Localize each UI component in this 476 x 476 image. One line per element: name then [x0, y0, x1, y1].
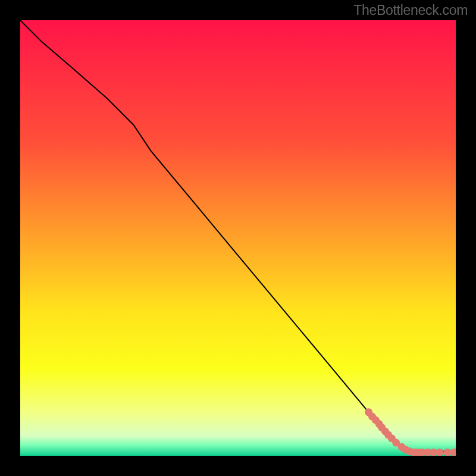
watermark-text: TheBottleneck.com: [353, 2, 468, 18]
optimal-markers-group: [365, 408, 456, 456]
optimal-marker: [436, 449, 443, 456]
chart-plot-area: [20, 20, 456, 456]
bottleneck-curve: [20, 20, 456, 452]
optimal-marker: [450, 449, 456, 456]
chart-overlay: [20, 20, 456, 456]
optimal-marker: [444, 449, 452, 456]
